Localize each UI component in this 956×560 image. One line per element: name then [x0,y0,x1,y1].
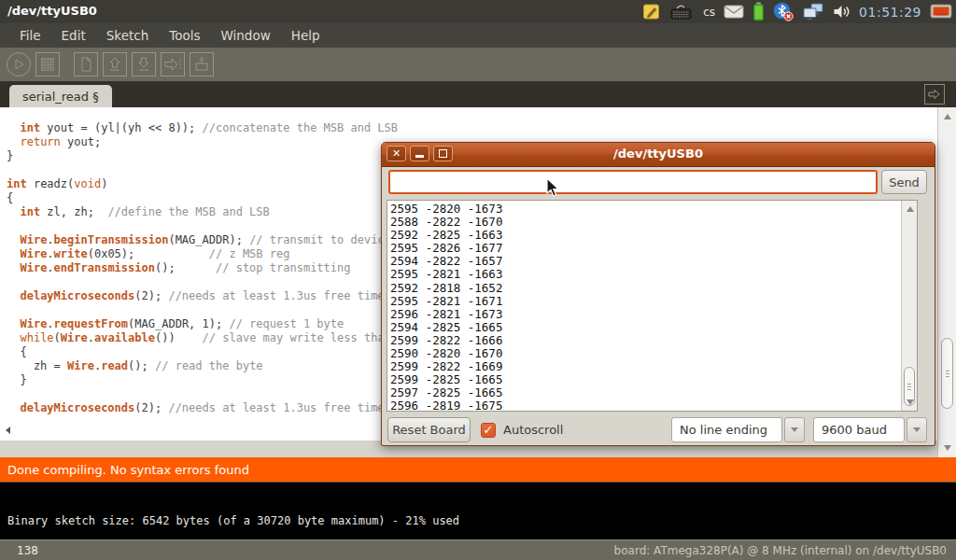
menu-item-window[interactable]: Window [211,28,281,43]
line-ending-select[interactable]: No line ending [671,417,782,442]
menu-bar-items: FileEditSketchToolsWindowHelp [0,23,956,48]
line-number: 138 [17,544,38,557]
send-row: Send [382,166,935,197]
serial-data-row: 2590 -2820 -1670 [390,347,917,360]
console-output: Binary sketch size: 6542 bytes (of a 307… [0,483,956,527]
scroll-down-icon[interactable] [944,445,951,451]
code-line: int yout = (yl|(yh << 8)); //concatenate… [7,121,937,135]
keyboard-layout-label[interactable]: cs [703,6,715,19]
board-info: board: ATmega328P(A) @ 8 MHz (internal) … [614,544,947,557]
baud-rate-dropdown-button[interactable] [907,417,927,442]
serial-controls: Reset Board ✓ Autoscroll No line ending … [382,415,935,445]
serial-data-row: 2596 -2819 -1675 [390,399,917,412]
reset-board-button[interactable]: Reset Board [387,417,471,442]
note-icon[interactable] [642,2,662,21]
serial-monitor-titlebar[interactable]: ✕ /dev/ttyUSB0 [382,143,935,167]
status-message: Done compiling. No syntax errors found [7,463,249,477]
toolbar-buttons [0,48,956,81]
line-ending-dropdown-button[interactable] [784,417,805,442]
editor-scrollbar[interactable] [937,107,956,457]
mail-icon[interactable] [724,5,744,19]
keyboard-icon[interactable] [670,4,693,21]
scroll-up-icon[interactable] [907,206,914,212]
tab-serial-read[interactable]: serial_read § [9,85,112,107]
serial-data-row: 2588 -2822 -1670 [390,216,917,229]
menu-item-sketch[interactable]: Sketch [96,28,159,43]
window-title: /dev/ttyUSB0 [7,4,97,18]
serial-output[interactable]: 2595 -2820 -16732588 -2822 -16702592 -28… [387,200,918,412]
serial-monitor-window: ✕ /dev/ttyUSB0 Send 2595 -2820 -16732588… [381,142,935,446]
tab-menu-button[interactable] [924,84,945,105]
baud-rate-select[interactable]: 9600 baud [813,417,905,442]
chevron-down-icon [791,427,798,432]
serial-monitor-button[interactable] [190,52,214,77]
autoscroll-label: Autoscroll [503,423,563,437]
verify-button[interactable] [7,52,31,77]
editor-scrollbar-thumb[interactable] [941,338,953,409]
serial-data-row: 2595 -2820 -1673 [390,203,917,216]
serial-data-row: 2595 -2826 -1677 [390,242,917,255]
serial-data-row: 2599 -2825 -1665 [390,373,917,386]
menu-item-tools[interactable]: Tools [159,28,210,43]
volume-icon[interactable] [833,4,851,20]
serial-data-row: 2594 -2825 -1665 [390,321,917,334]
top-panel: /dev/ttyUSB0 cs 01:51:29 [0,0,956,23]
tab-bar: serial_read § [0,81,956,107]
serial-data-row: 2599 -2822 -1669 [390,360,917,373]
upload-button[interactable] [161,52,185,77]
open-button[interactable] [103,52,127,77]
check-icon: ✓ [484,424,494,436]
serial-data-row: 2595 -2821 -1663 [390,268,917,281]
session-icon[interactable] [930,4,952,20]
serial-data-row: 2599 -2822 -1666 [390,334,917,347]
stop-button[interactable] [35,52,60,77]
new-sketch-button[interactable] [74,52,98,77]
footer-bar: 138 board: ATmega328P(A) @ 8 MHz (intern… [0,539,956,560]
serial-data-row: 2592 -2825 -1663 [390,229,917,242]
scroll-down-icon[interactable] [907,399,914,405]
network-icon[interactable] [802,3,824,21]
serial-input[interactable] [388,170,878,194]
chevron-down-icon [913,427,921,432]
save-button[interactable] [132,52,156,77]
menu-item-help[interactable]: Help [281,28,330,43]
serial-output-scrollbar[interactable] [901,201,917,411]
serial-data-row: 2592 -2818 -1652 [390,282,917,295]
console: Binary sketch size: 6542 bytes (of a 307… [0,482,956,539]
desktop: /dev/ttyUSB0 cs 01:51:29 FileEditSketchT… [0,0,956,560]
tab-label: serial_read § [22,90,99,104]
scroll-up-icon[interactable] [944,114,951,119]
hscroll-left-arrow-icon[interactable] [6,427,10,434]
serial-rows: 2595 -2820 -16732588 -2822 -16702592 -28… [387,201,917,412]
battery-icon[interactable] [752,2,765,21]
mouse-cursor [546,177,561,202]
bluetooth-icon[interactable] [773,2,794,21]
menu-item-edit[interactable]: Edit [51,28,96,43]
system-tray: cs 01:51:29 [642,0,952,23]
serial-data-row: 2597 -2825 -1665 [390,386,917,399]
send-button[interactable]: Send [881,170,927,194]
serial-data-row: 2596 -2821 -1673 [390,308,917,321]
serial-data-row: 2595 -2821 -1671 [390,295,917,308]
serial-monitor-title: /dev/ttyUSB0 [382,147,935,161]
menu-item-file[interactable]: File [9,28,51,43]
serial-data-row: 2594 -2822 -1657 [390,255,917,268]
status-bar: Done compiling. No syntax errors found [0,457,956,482]
clock[interactable]: 01:51:29 [859,5,921,20]
autoscroll-checkbox[interactable]: ✓ [481,423,496,438]
